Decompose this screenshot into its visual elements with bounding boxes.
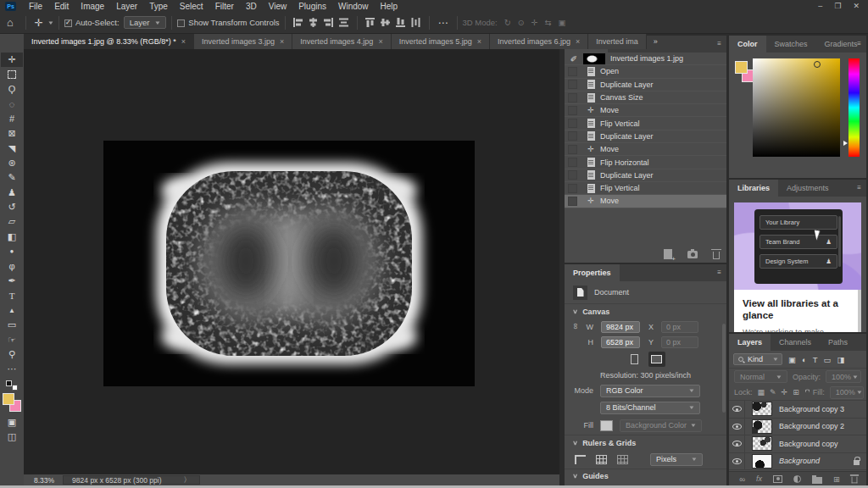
distribute-horizontal-icon[interactable] [410,17,421,28]
align-right-icon[interactable] [323,17,334,28]
tool-spot-healing[interactable]: ⊛ [1,156,23,170]
history-step-canvas-size[interactable]: Canvas Size [565,92,726,104]
tool-object-selection[interactable]: ◌ [1,97,23,111]
layer-thumbnail[interactable] [752,419,772,434]
menu-edit[interactable]: Edit [48,2,75,11]
restore-button[interactable]: ❐ [834,2,841,10]
history-brush-source-icon[interactable]: ✐ [565,54,583,64]
move-tool-preset-icon[interactable]: ✛ [31,17,47,29]
layer-thumbnail[interactable] [752,454,772,469]
delete-state-button[interactable] [713,252,720,259]
add-mask-icon[interactable] [773,475,782,483]
menu-file[interactable]: File [23,2,48,11]
more-options-icon[interactable]: ⋯ [435,17,452,29]
tab-layers[interactable]: Layers [729,334,771,351]
tool-zoom[interactable]: ⚲ [1,347,23,362]
home-icon[interactable]: ⌂ [0,16,20,29]
tool-hand[interactable]: ☞ [1,332,23,347]
tab-paths[interactable]: Paths [820,334,856,351]
foreground-color-swatch[interactable] [735,61,748,74]
close-icon[interactable]: × [576,37,580,46]
new-document-from-state-button[interactable] [664,249,672,259]
adjustment-layer-icon[interactable] [793,475,801,483]
color-picker-marker[interactable] [814,61,821,68]
new-snapshot-button[interactable] [687,251,698,258]
panel-menu-icon[interactable]: ≡ [717,269,721,276]
grid-toggle-icon[interactable] [596,455,607,464]
close-icon[interactable]: × [378,37,382,46]
history-step-flip-horizontal[interactable]: Flip Horizontal [565,156,726,169]
height-field[interactable]: 6528 px [601,336,640,348]
menu-window[interactable]: Window [332,2,375,11]
align-center-vertical-icon[interactable] [380,17,391,28]
close-button[interactable]: ✕ [853,2,860,10]
rulers-grids-section-header[interactable]: ∨ Rulers & Grids [565,435,726,450]
filter-smart-object-icon[interactable]: ◨ [837,355,845,364]
history-step-move-3[interactable]: ✛ Move [565,195,726,208]
tab-overflow-button[interactable]: » [647,34,665,49]
tool-blur[interactable]: ● [1,244,23,258]
rulers-toggle-icon[interactable] [575,455,586,464]
menu-plugins[interactable]: Plugins [292,2,332,11]
zoom-level-field[interactable]: 8.33% [24,476,63,485]
units-dropdown[interactable]: Pixels ▼ [650,453,703,466]
default-colors-icon[interactable] [6,380,18,391]
width-field[interactable]: 9824 px [601,321,640,333]
link-layers-icon[interactable]: ∞ [739,474,745,484]
menu-layer[interactable]: Layer [110,2,143,11]
menu-select[interactable]: Select [174,2,209,11]
layer-thumbnail[interactable] [752,402,772,416]
tab-swatches[interactable]: Swatches [766,36,816,53]
tab-libraries[interactable]: Libraries [729,180,778,197]
scrollbar[interactable] [722,324,726,413]
quick-mask-button[interactable]: ▣ [1,415,23,430]
history-step-open[interactable]: Open [565,65,726,78]
hue-slider[interactable] [849,58,860,157]
panel-menu-icon[interactable]: ≡ [857,184,861,191]
tool-type[interactable]: T [1,288,23,302]
tool-crop[interactable]: # [1,112,23,126]
filter-adjustment-layers-icon[interactable]: ◐ [802,355,807,364]
align-left-icon[interactable] [292,17,303,28]
canvas-area[interactable] [24,49,559,474]
bit-depth-dropdown[interactable]: 8 Bits/Channel ▼ [600,402,700,414]
menu-3d[interactable]: 3D [240,2,263,11]
tool-rectangular-marquee[interactable] [1,67,23,81]
tool-move[interactable]: ✛ [1,53,23,67]
visibility-eye-icon[interactable] [732,458,742,464]
tool-lasso[interactable]: Ϙ [1,82,23,97]
status-chevron-icon[interactable]: 〉 [184,475,192,485]
align-top-icon[interactable] [364,17,376,28]
filter-pixel-layers-icon[interactable]: ▣ [788,355,796,364]
tool-history-brush[interactable]: ↺ [1,200,23,214]
scrollbar[interactable] [858,290,861,332]
menu-view[interactable]: View [263,2,293,11]
filter-type-layers-icon[interactable]: T [813,355,818,364]
document-tab-1[interactable]: Inverted images 1.jpg @ 8.33% (RGB/8*) *… [24,34,194,49]
tab-channels[interactable]: Channels [771,334,820,351]
tool-clone-stamp[interactable]: ♟ [1,186,23,200]
hue-slider-pointer[interactable] [843,141,848,146]
fill-color-swatch[interactable] [600,420,613,431]
color-swatches-control[interactable] [3,393,21,412]
color-field[interactable] [753,58,840,157]
layer-style-icon[interactable]: fx [756,474,762,483]
tool-brush[interactable]: ✎ [1,170,23,185]
tool-eyedropper[interactable]: ◥ [1,141,23,155]
menu-help[interactable]: Help [375,2,404,11]
history-step-flip-vertical[interactable]: Flip Vertical [565,117,726,130]
history-step-flip-vertical-2[interactable]: Flip Vertical [565,182,726,195]
pixel-grid-toggle-icon[interactable] [617,455,628,464]
history-step-duplicate-layer-2[interactable]: Duplicate Layer [565,130,726,143]
tool-eraser[interactable]: ▱ [1,214,23,229]
filter-shape-layers-icon[interactable]: ▭ [824,355,832,364]
document-tab-6[interactable]: Inverted images 6.jpg × [490,34,588,49]
visibility-eye-icon[interactable] [732,441,742,446]
tab-properties[interactable]: Properties [565,264,620,281]
delete-layer-icon[interactable] [852,476,858,483]
auto-select-target-dropdown[interactable]: Layer ▼ [124,16,167,29]
document-tab-7[interactable]: Inverted ima [588,34,647,49]
menu-image[interactable]: Image [75,2,110,11]
history-snapshot-row[interactable]: ✐ Inverted images 1.jpg [565,53,726,65]
history-step-duplicate-layer-3[interactable]: Duplicate Layer [565,169,726,182]
